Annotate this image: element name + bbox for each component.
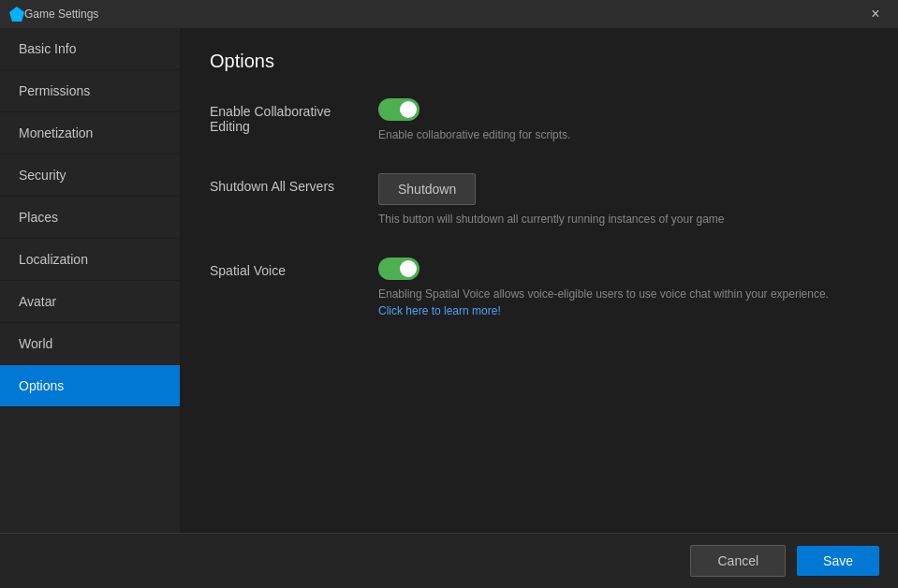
footer: Cancel Save [0, 533, 898, 588]
save-button[interactable]: Save [797, 546, 879, 576]
option-label-spatial-voice: Spatial Voice [210, 257, 378, 278]
desc-collaborative-editing: Enable collaborative editing for scripts… [378, 126, 865, 143]
cancel-button[interactable]: Cancel [690, 545, 786, 577]
shutdown-button[interactable]: Shutdown [378, 173, 476, 205]
toggle-thumb-spatial-voice [400, 260, 417, 277]
option-label-collaborative-editing: Enable CollaborativeEditing [210, 98, 378, 134]
spatial-voice-learn-more-link[interactable]: Click here to learn more! [378, 304, 501, 317]
sidebar-item-monetization[interactable]: Monetization [0, 112, 180, 154]
option-control-spatial-voice: Enabling Spatial Voice allows voice-elig… [378, 257, 868, 319]
option-label-shutdown: Shutdown All Servers [210, 173, 378, 194]
close-button[interactable]: × [862, 1, 889, 27]
toggle-track-collaborative-editing [378, 98, 420, 121]
toggle-spatial-voice[interactable] [378, 257, 420, 280]
sidebar-item-places[interactable]: Places [0, 197, 180, 239]
content-area: Options Enable CollaborativeEditing Enab… [180, 28, 898, 533]
sidebar-item-security[interactable]: Security [0, 154, 180, 197]
desc-spatial-voice: Enabling Spatial Voice allows voice-elig… [378, 286, 865, 319]
page-title: Options [210, 51, 868, 72]
titlebar-title: Game Settings [24, 7, 862, 21]
toggle-collaborative-editing[interactable] [378, 98, 420, 121]
option-control-shutdown: Shutdown This button will shutdown all c… [378, 173, 868, 228]
option-row-spatial-voice: Spatial Voice Enabling Spatial Voice all… [210, 257, 868, 319]
sidebar-item-world[interactable]: World [0, 323, 180, 365]
option-row-shutdown: Shutdown All Servers Shutdown This butto… [210, 173, 868, 228]
toggle-thumb-collaborative-editing [400, 101, 417, 118]
sidebar-item-permissions[interactable]: Permissions [0, 70, 180, 112]
sidebar-item-avatar[interactable]: Avatar [0, 281, 180, 323]
sidebar-item-options[interactable]: Options [0, 365, 180, 407]
sidebar: Basic Info Permissions Monetization Secu… [0, 28, 180, 533]
sidebar-item-localization[interactable]: Localization [0, 239, 180, 281]
toggle-track-spatial-voice [378, 257, 420, 280]
sidebar-item-basic-info[interactable]: Basic Info [0, 28, 180, 70]
desc-shutdown: This button will shutdown all currently … [378, 211, 865, 228]
main-container: Basic Info Permissions Monetization Secu… [0, 28, 898, 533]
titlebar: Game Settings × [0, 0, 898, 28]
option-control-collaborative-editing: Enable collaborative editing for scripts… [378, 98, 868, 143]
app-icon [9, 7, 24, 22]
option-row-collaborative-editing: Enable CollaborativeEditing Enable colla… [210, 98, 868, 143]
